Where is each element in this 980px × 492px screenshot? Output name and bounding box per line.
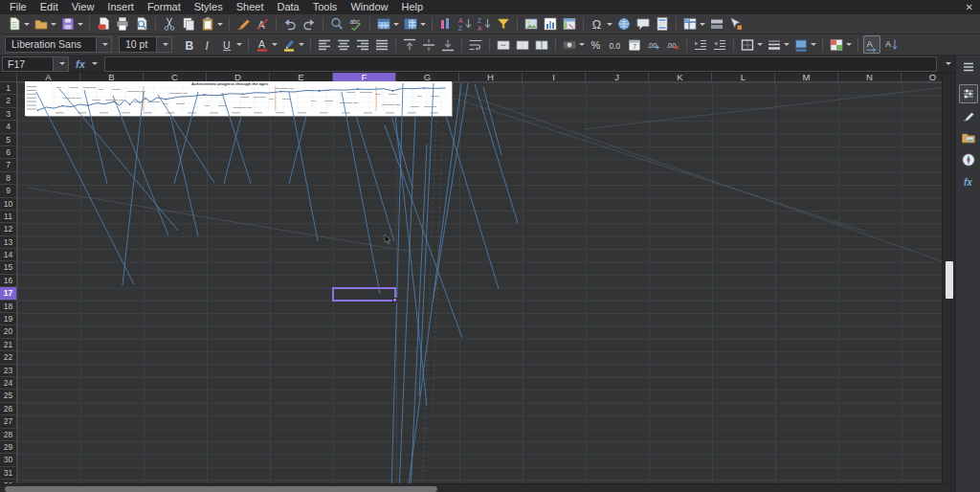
- dropdown-arrow-icon[interactable]: [784, 43, 790, 46]
- column-header-E[interactable]: E: [270, 73, 333, 81]
- dropdown-arrow-icon[interactable]: [78, 23, 83, 26]
- menu-item-view[interactable]: View: [65, 0, 101, 14]
- row-header-23[interactable]: 23: [0, 365, 16, 377]
- dropdown-arrow-icon[interactable]: [420, 23, 426, 26]
- row-header-12[interactable]: 12: [0, 223, 16, 235]
- row-header-17[interactable]: 17: [0, 287, 16, 300]
- row-header-1[interactable]: 1: [0, 82, 16, 95]
- menu-item-styles[interactable]: Styles: [188, 0, 230, 14]
- vertical-scrollbar[interactable]: [942, 73, 955, 483]
- wrap-text-button[interactable]: [467, 35, 484, 54]
- conditional-formatting-button[interactable]: [828, 35, 853, 54]
- dropdown-arrow-icon[interactable]: [51, 23, 56, 26]
- function-wizard-icon[interactable]: fx: [73, 58, 88, 70]
- merge-and-center-cells-button[interactable]: [495, 35, 512, 54]
- menu-item-window[interactable]: Window: [344, 0, 394, 14]
- row-header-2[interactable]: 2: [0, 95, 16, 107]
- column-header-O[interactable]: O: [902, 73, 942, 81]
- row-header-15[interactable]: 15: [0, 261, 16, 274]
- name-box-dropdown-icon[interactable]: [53, 57, 68, 71]
- justified-button[interactable]: [373, 35, 390, 54]
- sidebar-styles-button[interactable]: [959, 106, 978, 125]
- copy-button[interactable]: [180, 15, 197, 34]
- column-header-J[interactable]: J: [586, 73, 649, 81]
- sort-button[interactable]: [437, 15, 455, 34]
- add-decimal-place-button[interactable]: .00: [645, 35, 662, 54]
- row-header-13[interactable]: 13: [0, 236, 16, 249]
- print-button[interactable]: [114, 15, 131, 34]
- menu-item-edit[interactable]: Edit: [33, 0, 65, 14]
- open-button[interactable]: [33, 15, 57, 34]
- font-size-dropdown-icon[interactable]: [156, 37, 171, 52]
- row-header-21[interactable]: 21: [0, 339, 16, 351]
- insert-pivot-table-button[interactable]: [561, 15, 578, 34]
- increase-indent-button[interactable]: [692, 35, 709, 54]
- row-header-20[interactable]: 20: [0, 325, 16, 338]
- menu-item-data[interactable]: Data: [270, 0, 305, 14]
- align-bottom-button[interactable]: [439, 35, 457, 54]
- undo-button[interactable]: [281, 15, 299, 34]
- text-direction-left-to-right-button[interactable]: A: [863, 35, 880, 54]
- cell-cursor-F17[interactable]: [332, 287, 396, 302]
- row-header-10[interactable]: 10: [0, 198, 16, 211]
- dropdown-arrow-icon[interactable]: [299, 43, 304, 46]
- sidebar-properties-button[interactable]: [959, 84, 978, 103]
- font-name-combo[interactable]: Liberation Sans: [5, 36, 112, 53]
- menu-item-tools[interactable]: Tools: [306, 0, 345, 14]
- row-header-29[interactable]: 29: [0, 441, 16, 454]
- font-color-button[interactable]: A: [254, 35, 278, 54]
- column-header-G[interactable]: G: [396, 73, 459, 81]
- row-header-6[interactable]: 6: [0, 146, 16, 159]
- format-as-number-button[interactable]: 0.0: [607, 35, 624, 54]
- column-header-F[interactable]: F: [333, 73, 396, 81]
- sidebar-navigator-button[interactable]: [959, 150, 978, 169]
- cells-area[interactable]: [17, 82, 942, 483]
- formula-input[interactable]: [104, 56, 937, 72]
- align-right-button[interactable]: [354, 35, 371, 54]
- menu-item-file[interactable]: File: [3, 0, 33, 14]
- show-draw-functions-button[interactable]: [727, 15, 745, 34]
- autofilter-button[interactable]: [495, 15, 512, 34]
- sort-descending-button[interactable]: ZA: [476, 15, 493, 34]
- delete-decimal-place-button[interactable]: .00: [664, 35, 681, 54]
- formula-tools-dropdown-icon[interactable]: [92, 62, 98, 65]
- insert-special-character-button[interactable]: Ω: [589, 15, 613, 34]
- borders-button[interactable]: [739, 35, 764, 54]
- clear-formatting-button[interactable]: A: [254, 15, 271, 34]
- name-box[interactable]: F17: [2, 56, 69, 72]
- row-header-5[interactable]: 5: [0, 134, 16, 146]
- align-center-button[interactable]: [335, 35, 352, 54]
- unmerge-cells-button[interactable]: [533, 35, 550, 54]
- font-size-combo[interactable]: 10 pt: [119, 36, 172, 53]
- column-header-N[interactable]: N: [838, 73, 902, 81]
- font-name-dropdown-icon[interactable]: [96, 37, 111, 52]
- horizontal-scrollbar-thumb[interactable]: [5, 486, 437, 492]
- column-header-I[interactable]: I: [523, 73, 586, 81]
- center-vertically-button[interactable]: [420, 35, 437, 54]
- save-button[interactable]: [59, 15, 84, 34]
- dropdown-arrow-icon[interactable]: [272, 43, 278, 46]
- fill-handle[interactable]: [392, 298, 397, 302]
- row-header-22[interactable]: 22: [0, 351, 16, 364]
- menu-item-help[interactable]: Help: [395, 0, 431, 14]
- row-header-28[interactable]: 28: [0, 429, 16, 441]
- redo-button[interactable]: [301, 15, 318, 34]
- underline-button[interactable]: U: [218, 35, 243, 54]
- cut-button[interactable]: [161, 15, 178, 34]
- align-top-button[interactable]: [401, 35, 418, 54]
- border-style-button[interactable]: [766, 35, 791, 54]
- text-direction-top-to-bottom-button[interactable]: A: [882, 35, 900, 54]
- row-header-31[interactable]: 31: [0, 467, 16, 480]
- clone-formatting-button[interactable]: [234, 15, 252, 34]
- close-document-icon[interactable]: ✕: [966, 0, 973, 14]
- border-color-button[interactable]: [792, 35, 817, 54]
- embedded-chart-object[interactable]: Achievement progress through the ages: [25, 81, 452, 116]
- column-header-B[interactable]: B: [80, 73, 144, 81]
- bold-button[interactable]: B: [180, 35, 197, 54]
- headers-and-footers-button[interactable]: [654, 15, 671, 34]
- sidebar-functions-button[interactable]: fx: [959, 172, 978, 191]
- column-header-C[interactable]: C: [144, 73, 207, 81]
- column-header-D[interactable]: D: [207, 73, 270, 81]
- dropdown-arrow-icon[interactable]: [393, 23, 399, 26]
- row-header-26[interactable]: 26: [0, 403, 16, 415]
